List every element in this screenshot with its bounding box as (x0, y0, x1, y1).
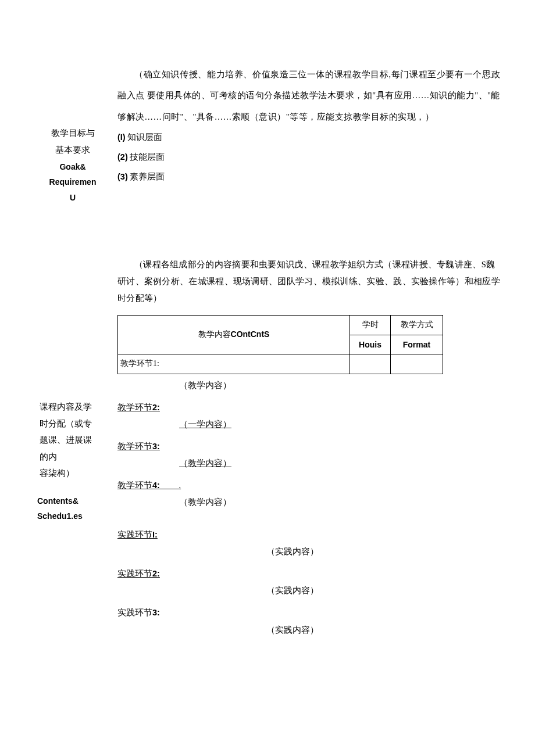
segment-note: （教学内容） (179, 377, 500, 397)
segment-title: 实践环节3: (117, 608, 160, 617)
level-num: (2) (117, 152, 128, 162)
practice-segment: 实践环节I: （实践内容） (117, 527, 500, 564)
level-item: (2) 技能层面 (117, 148, 500, 167)
table-cell (391, 354, 443, 374)
label-zh: 基本要求 (35, 142, 110, 159)
teaching-segment: 教学环节2: （一学内容） (117, 400, 500, 436)
table-row: 敦学环节1: (118, 354, 443, 374)
segment-note: （实践内容） (266, 543, 500, 564)
segment-title-num: 3: (152, 442, 160, 451)
goals-intro-text: （确立知识传授、能力培养、价值泉造三位一体的课程教学目标,每门课程至少要有一个思… (117, 64, 500, 127)
label-en: Contents& (35, 495, 110, 507)
segment-title: 实践环节2: (117, 569, 160, 578)
table-cell (350, 354, 391, 374)
label-en: U (35, 191, 110, 204)
section-goals-label: 教学目标与 基本要求 Goak& Requiremen U (35, 125, 110, 204)
level-text: 知识层面 (126, 132, 163, 142)
level-text: 素养层面 (128, 172, 165, 181)
segment-title: 教学环节2: (117, 403, 160, 412)
col-header-content-zh: 教学内容 (198, 330, 231, 339)
col-header-format-zh: 教学方式 (391, 316, 443, 335)
segment-title: 实践环节I: (117, 530, 158, 539)
contents-table: 教学内容COntCntS 学时 教学方式 Houis Format 敦学环节1: (117, 315, 443, 374)
label-en: Schedu1.es (35, 510, 110, 522)
level-num: (I) (117, 132, 126, 142)
section-goals-content: （确立知识传授、能力培养、价值泉造三位一体的课程教学目标,每门课程至少要有一个思… (110, 64, 500, 187)
teaching-segment: 教学环节3: （教学内容） (117, 439, 500, 475)
segment-title-num: I: (152, 530, 158, 539)
segment-note: （一学内容） (179, 415, 500, 436)
segment-title-pre: 教学环节 (117, 442, 152, 451)
segment-title: 教学环节4: (117, 478, 160, 494)
segment-note: （实践内容） (266, 582, 500, 603)
segment-title-num: 3: (152, 608, 160, 617)
teaching-segment: 教学环节4: . （教学内容） (117, 478, 500, 514)
col-header-content: 教学内容COntCntS (118, 316, 350, 354)
table-row: 教学内容COntCntS 学时 教学方式 (118, 316, 443, 335)
label-en: Requiremen (35, 175, 110, 188)
table-cell: 敦学环节1: (118, 354, 350, 374)
segment-title-num: 4: (152, 481, 160, 490)
label-zh: 时分配（或专 (40, 415, 110, 432)
col-header-content-en: COntCntS (231, 329, 270, 339)
teaching-segment: （教学内容） (117, 377, 500, 397)
level-item: (I) 知识层面 (117, 128, 500, 147)
segment-title: 教学环节3: (117, 442, 160, 451)
segment-title-num: 2: (152, 569, 160, 578)
segment-title-pre: 教学环节 (117, 481, 152, 490)
segment-title-pre: 实践环节 (117, 530, 152, 539)
col-header-hours-en: Houis (350, 335, 391, 354)
col-header-format-en: Format (391, 335, 443, 354)
label-zh: 容柒构） (40, 465, 110, 482)
segment-note: （实践内容） (266, 621, 500, 642)
level-item: (3) 素养层面 (117, 168, 500, 187)
label-en: Goak& (35, 160, 110, 173)
level-text: 技能层面 (128, 152, 165, 162)
contents-desc-text: （课程各组成部分的内容摘要和虫要知识戊、课程教学姐织方式（课程讲授、专魏讲座、S… (117, 256, 500, 307)
segment-title-pre: 教学环节 (117, 403, 152, 412)
segment-note: （教学内容） (179, 454, 500, 475)
segment-title-pre: 实践环节 (117, 608, 152, 617)
document-page: 教学目标与 基本要求 Goak& Requiremen U （确立知识传授、能力… (0, 0, 535, 700)
level-num: (3) (117, 172, 128, 181)
practice-segment: 实践环节3: （实践内容） (117, 605, 500, 642)
goals-levels: (I) 知识层面 (2) 技能层面 (3) 素养层面 (117, 128, 500, 187)
segment-dash: . (160, 478, 181, 494)
section-contents-content: （课程各组成部分的内容摘要和虫要知识戊、课程教学姐织方式（课程讲授、专魏讲座、S… (110, 256, 500, 642)
segment-note: （教学内容） (179, 493, 500, 514)
section-contents-label: 课程内容及学 时分配（或专 题课、进展课 的内 容柒构） Contents& S… (35, 399, 110, 522)
segment-title-pre: 实践环节 (117, 569, 152, 578)
label-zh: 题课、进展课 (40, 432, 110, 449)
label-zh: 课程内容及学 (40, 399, 110, 415)
section-contents: 课程内容及学 时分配（或专 题课、进展课 的内 容柒构） Contents& S… (35, 256, 500, 642)
col-header-hours-zh: 学时 (350, 316, 391, 335)
section-goals: 教学目标与 基本要求 Goak& Requiremen U （确立知识传授、能力… (35, 64, 500, 204)
label-zh: 的内 (40, 449, 110, 465)
practice-segment: 实践环节2: （实践内容） (117, 566, 500, 603)
segment-title-num: 2: (152, 403, 160, 412)
label-zh: 教学目标与 (35, 125, 110, 142)
